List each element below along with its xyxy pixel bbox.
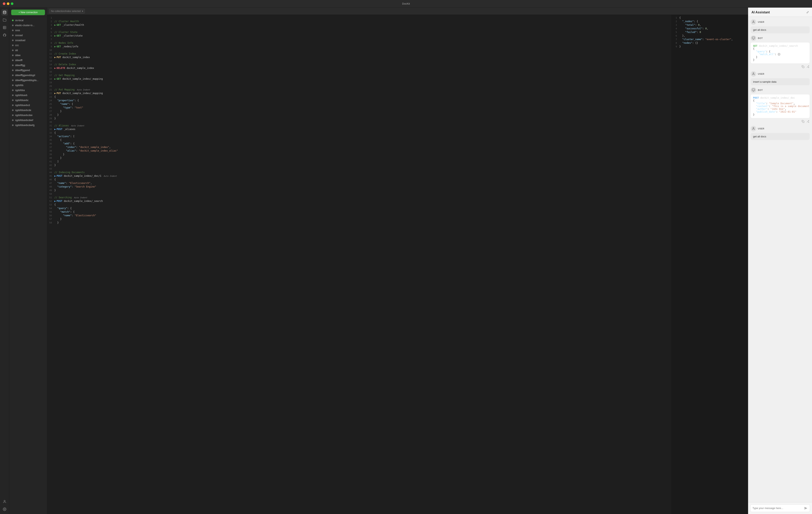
copy-code-button[interactable] (801, 120, 805, 124)
code-line[interactable]: 3▶GET _cluster/health (47, 24, 671, 27)
sidebar-item-sgdsfdsavbcdeef[interactable]: sgdsfdsavbcdeef (10, 118, 46, 123)
line-number: 37 (47, 146, 54, 149)
ai-expand-icon[interactable]: ⤢ (806, 10, 809, 14)
run-button[interactable]: ▶ (54, 24, 56, 26)
run-button[interactable]: ▶ (54, 34, 56, 37)
line-content: // Aliases Auto Indent (54, 124, 670, 127)
run-button[interactable]: ▶ (54, 45, 56, 48)
rail-database-icon[interactable] (1, 9, 8, 16)
run-button[interactable]: ▶ (54, 175, 56, 177)
line-number: 14 (47, 63, 54, 66)
sidebar-item-dd[interactable]: dd (10, 48, 46, 53)
sidebar-item-sssadsad[interactable]: sssadsad (10, 38, 46, 43)
result-line-number: 5 (672, 31, 679, 34)
line-content: } (54, 218, 670, 220)
code-line[interactable]: 18▶GET dockit_sample_index/_mapping (47, 78, 671, 81)
ai-panel: AI Assistant ⤢ USERget all docsBOTGET do… (748, 8, 812, 514)
rail-table-icon[interactable] (1, 24, 8, 31)
sidebar-header: + New connection (9, 8, 47, 17)
code-line: 49} (47, 189, 671, 192)
sidebar-item-ddee[interactable]: ddee (10, 53, 46, 58)
sidebar-item-sgdsfdsavbcde[interactable]: sgdsfdsavbcde (10, 108, 46, 113)
rail-github-icon[interactable] (1, 32, 8, 38)
query-editor[interactable]: 12// Cluster Health3▶GET _cluster/health… (47, 15, 671, 514)
code-line: 36 "add": { (47, 142, 671, 146)
minimize-button[interactable] (7, 2, 9, 5)
sidebar-item-sgdsfds[interactable]: sgdsfds (10, 83, 46, 88)
run-button[interactable]: ▶ (54, 92, 56, 95)
connection-label: ddeefffgg (15, 64, 25, 67)
sidebar-item-ddeefffggareddsgd[interactable]: ddeefffggareddsgd (10, 73, 46, 78)
ai-message-input[interactable] (752, 507, 802, 510)
code-line[interactable]: 6▶GET _cluster/state (47, 34, 671, 38)
rail-folder-icon[interactable] (1, 17, 8, 23)
code-line: 58 } (47, 221, 671, 225)
line-number: 21 (47, 88, 54, 91)
run-button[interactable]: ▶ (54, 67, 56, 69)
run-button[interactable]: ▶ (54, 200, 56, 203)
line-number: 20 (47, 85, 54, 87)
run-button[interactable]: ▶ (54, 56, 56, 59)
code-line: 11// Create Index (47, 52, 671, 56)
collection-selector[interactable]: No collection/index selected ▾ (49, 9, 85, 13)
sidebar-item-sgdsfdsavbcdee[interactable]: sgdsfdsavbcdee (10, 113, 46, 118)
line-number: 49 (47, 189, 54, 192)
line-number: 15 (47, 67, 54, 69)
sidebar-item-sgdsfdsavbcd[interactable]: sgdsfdsavbcd (10, 103, 46, 108)
user-message-bubble: insert a sample data (751, 78, 810, 85)
code-line: 17// Get Mapping (47, 74, 671, 78)
line-content: "category": "Search Engine" (54, 185, 670, 188)
code-line: 10 (47, 49, 671, 52)
sidebar-item-ddeefff[interactable]: ddeefff (10, 58, 46, 63)
insert-code-button[interactable] (806, 65, 810, 69)
code-line: 38 "alias": "dockit_sample_index_alias" (47, 149, 671, 153)
result-line: 3 "total": 0, (672, 24, 748, 27)
code-line[interactable]: 15▶DELETE dockit_sample_index (47, 67, 671, 70)
line-content: // Cluster Health (54, 20, 670, 23)
code-line[interactable]: 9▶GET _nodes/info (47, 45, 671, 49)
rail-settings-icon[interactable] (1, 506, 8, 512)
new-connection-button[interactable]: + New connection (11, 9, 45, 15)
run-button[interactable]: ▶ (54, 128, 56, 130)
sidebar-item-sgdsfdsа[interactable]: sgdsfdsа (10, 88, 46, 93)
sidebar-item-sgdsfdsavb[interactable]: sgdsfdsavb (10, 93, 46, 98)
sidebar-item-os-local[interactable]: os-local (10, 18, 46, 23)
sidebar-item-ddeefffggareddsgda[interactable]: ddeefffggareddsgda... (10, 78, 46, 83)
code-line[interactable]: 22▶PUT dockit_sample_index/_mapping (47, 92, 671, 95)
sidebar-item-ccc[interactable]: ccc (10, 43, 46, 48)
code-line[interactable]: 12▶PUT dockit_sample_index (47, 56, 671, 60)
line-number: 39 (47, 153, 54, 156)
svg-point-7 (753, 21, 754, 22)
ai-title: AI Assistant (751, 10, 770, 14)
sidebar-item-ssss[interactable]: ssss (10, 28, 46, 33)
svg-point-21 (753, 127, 754, 128)
svg-rect-1 (3, 26, 6, 29)
code-line: 28 } (47, 114, 671, 117)
code-line[interactable]: 52▶POST dockit_sample_index/_search (47, 200, 671, 203)
message-header: BOT (751, 35, 810, 41)
connection-status-dot (12, 104, 13, 106)
insert-code-button[interactable] (806, 120, 810, 124)
sidebar-item-ddeefffggared[interactable]: ddeefffggared (10, 68, 46, 73)
sidebar-item-elastic-cluster[interactable]: elastic-cluster-lo... (10, 23, 46, 28)
close-button[interactable] (3, 2, 5, 5)
connection-status-dot (12, 89, 13, 91)
run-button[interactable]: ▶ (54, 78, 56, 80)
line-content: "name": "Elasticsearch" (54, 214, 670, 217)
ai-send-button[interactable] (804, 506, 808, 510)
maximize-button[interactable] (11, 2, 13, 5)
sidebar-item-ssssad[interactable]: ssssad (10, 33, 46, 38)
rail-user-icon[interactable] (1, 498, 8, 505)
line-number: 24 (47, 99, 54, 102)
sidebar-item-sgdsfdsavbc[interactable]: sgdsfdsavbc (10, 98, 46, 103)
connection-status-dot (12, 114, 13, 116)
result-line-content: "cluster_name": "event-os-cluster", (679, 38, 747, 41)
sidebar-item-sgdsfdsavbcdeefg[interactable]: sgdsfdsavbcdeefg (10, 123, 46, 128)
sidebar-item-ddeefffgg[interactable]: ddeefffgg (10, 63, 46, 68)
connection-list: os-local elastic-cluster-lo... ssss ssss… (9, 17, 47, 514)
copy-code-button[interactable] (801, 65, 805, 69)
connection-status-dot (12, 94, 13, 96)
code-line[interactable]: 45▶POST dockit_sample_index/_doc/1 Auto … (47, 175, 671, 178)
connection-label: sgdsfdsavbcde (15, 109, 31, 112)
code-line[interactable]: 32▶POST _aliases (47, 128, 671, 131)
